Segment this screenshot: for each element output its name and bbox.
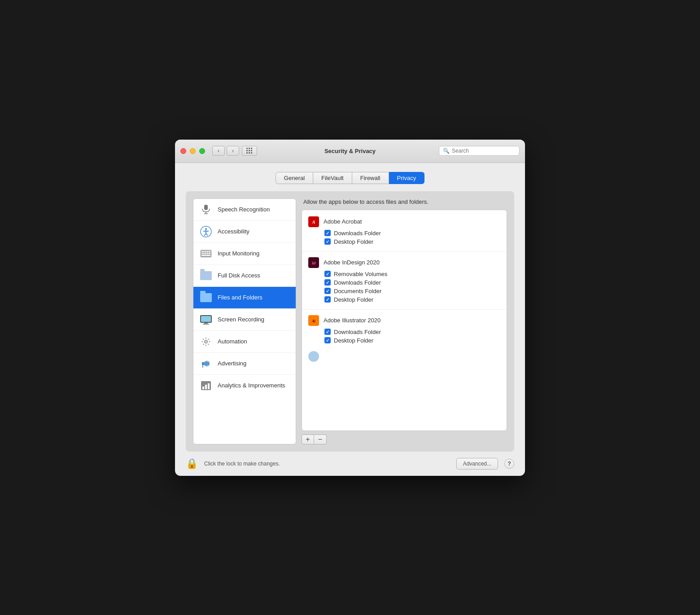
back-button[interactable]: ‹ bbox=[212, 146, 225, 156]
tab-privacy[interactable]: Privacy bbox=[389, 172, 425, 184]
app-header-illustrator: Ai Adobe Illustrator 2020 bbox=[308, 315, 500, 326]
chart-icon bbox=[200, 379, 212, 392]
app-list: A Adobe Acrobat Downloads Folder bbox=[302, 210, 507, 431]
sidebar-item-analytics-improvements[interactable]: Analytics & Improvements bbox=[193, 375, 296, 396]
svg-rect-15 bbox=[201, 253, 203, 254]
sidebar-item-input-monitoring[interactable]: Input Monitoring bbox=[193, 243, 296, 265]
app-entry-partial bbox=[302, 347, 507, 365]
svg-rect-28 bbox=[202, 362, 204, 365]
indesign-app-name: Adobe InDesign 2020 bbox=[324, 259, 380, 266]
sidebar-item-label: Full Disk Access bbox=[218, 272, 260, 279]
illustrator-permissions: Downloads Folder Desktop Folder bbox=[308, 328, 500, 345]
permission-label: Downloads Folder bbox=[334, 230, 381, 237]
checkbox-desktop-illustrator[interactable] bbox=[324, 337, 331, 343]
checkbox-downloads-illustrator[interactable] bbox=[324, 329, 331, 335]
tab-filevault[interactable]: FileVault bbox=[313, 172, 352, 184]
checkbox-desktop-acrobat[interactable] bbox=[324, 238, 331, 245]
svg-point-4 bbox=[205, 228, 207, 230]
permission-item: Downloads Folder bbox=[324, 278, 500, 287]
lock-text: Click the lock to make changes. bbox=[204, 461, 280, 467]
sidebar-item-label: Analytics & Improvements bbox=[218, 382, 285, 389]
remove-app-button[interactable]: − bbox=[314, 435, 327, 444]
tab-general[interactable]: General bbox=[276, 172, 313, 184]
indesign-app-icon: Id bbox=[308, 257, 319, 268]
add-app-button[interactable]: + bbox=[302, 435, 314, 444]
svg-rect-24 bbox=[203, 324, 209, 325]
checkbox-downloads-indesign[interactable] bbox=[324, 279, 331, 286]
sidebar: Speech Recognition Acces bbox=[193, 198, 296, 444]
svg-rect-14 bbox=[209, 251, 210, 252]
svg-rect-33 bbox=[205, 385, 207, 389]
svg-point-26 bbox=[205, 341, 207, 343]
indesign-permissions: Removable Volumes Downloads Folder Docum… bbox=[308, 270, 500, 304]
maximize-button[interactable] bbox=[199, 148, 205, 154]
checkbox-removable-indesign[interactable] bbox=[324, 271, 331, 277]
checkbox-documents-indesign[interactable] bbox=[324, 288, 331, 294]
tab-firewall[interactable]: Firewall bbox=[352, 172, 389, 184]
permission-item: Desktop Folder bbox=[324, 336, 500, 345]
folder-blue-icon bbox=[200, 291, 212, 304]
svg-rect-32 bbox=[202, 387, 204, 389]
svg-line-8 bbox=[206, 233, 208, 236]
sidebar-item-screen-recording[interactable]: Screen Recording bbox=[193, 309, 296, 331]
svg-rect-0 bbox=[204, 205, 208, 210]
main-panel: Speech Recognition Acces bbox=[186, 191, 514, 452]
app-header-indesign: Id Adobe InDesign 2020 bbox=[308, 257, 500, 268]
lock-icon[interactable]: 🔒 bbox=[186, 458, 198, 470]
right-panel: Allow the apps below to access files and… bbox=[302, 198, 507, 444]
svg-rect-12 bbox=[205, 251, 206, 252]
bottom-bar: 🔒 Click the lock to make changes. Advanc… bbox=[175, 452, 525, 476]
sidebar-item-advertising[interactable]: Advertising bbox=[193, 353, 296, 375]
panel-description: Allow the apps below to access files and… bbox=[302, 198, 507, 205]
checkbox-desktop-indesign[interactable] bbox=[324, 296, 331, 303]
main-window: ‹ › Security & Privacy 🔍 General FileVau… bbox=[175, 140, 525, 476]
acrobat-permissions: Downloads Folder Desktop Folder bbox=[308, 229, 500, 246]
advanced-button[interactable]: Advanced... bbox=[456, 458, 498, 470]
sidebar-item-label: Screen Recording bbox=[218, 316, 264, 323]
app-grid-button[interactable] bbox=[242, 146, 257, 156]
app-divider bbox=[302, 309, 507, 310]
grid-icon bbox=[246, 148, 253, 154]
permission-item: Desktop Folder bbox=[324, 295, 500, 304]
svg-text:Ai: Ai bbox=[311, 319, 315, 323]
permission-item: Removable Volumes bbox=[324, 270, 500, 278]
app-divider bbox=[302, 251, 507, 252]
permission-label: Downloads Folder bbox=[334, 329, 381, 335]
sidebar-item-files-and-folders[interactable]: Files and Folders bbox=[193, 287, 296, 309]
monitor-icon bbox=[200, 313, 212, 326]
close-button[interactable] bbox=[180, 148, 186, 154]
window-title: Security & Privacy bbox=[324, 148, 376, 154]
checkbox-downloads-acrobat[interactable] bbox=[324, 230, 331, 236]
traffic-lights bbox=[180, 148, 205, 154]
svg-text:A: A bbox=[312, 220, 315, 224]
search-input[interactable] bbox=[452, 148, 516, 154]
search-box[interactable]: 🔍 bbox=[439, 146, 520, 156]
sidebar-item-automation[interactable]: Automation bbox=[193, 331, 296, 353]
megaphone-icon bbox=[200, 357, 212, 370]
sidebar-item-speech-recognition[interactable]: Speech Recognition bbox=[193, 199, 296, 221]
svg-rect-19 bbox=[209, 253, 210, 254]
permission-label: Desktop Folder bbox=[334, 337, 373, 344]
svg-rect-10 bbox=[201, 251, 203, 252]
permission-item: Downloads Folder bbox=[324, 229, 500, 237]
svg-rect-11 bbox=[203, 251, 205, 252]
permission-label: Desktop Folder bbox=[334, 238, 373, 245]
svg-text:Id: Id bbox=[311, 261, 316, 265]
sidebar-item-full-disk-access[interactable]: Full Disk Access bbox=[193, 265, 296, 287]
svg-rect-34 bbox=[208, 383, 210, 389]
permission-item: Documents Folder bbox=[324, 287, 500, 295]
sidebar-item-label: Input Monitoring bbox=[218, 250, 259, 257]
sidebar-item-label: Files and Folders bbox=[218, 294, 262, 301]
permission-item: Desktop Folder bbox=[324, 237, 500, 246]
forward-button[interactable]: › bbox=[227, 146, 239, 156]
sidebar-item-accessibility[interactable]: Accessibility bbox=[193, 221, 296, 243]
minimize-button[interactable] bbox=[190, 148, 196, 154]
svg-rect-18 bbox=[207, 253, 208, 254]
sidebar-item-label: Automation bbox=[218, 338, 247, 345]
svg-rect-17 bbox=[205, 253, 206, 254]
acrobat-app-name: Adobe Acrobat bbox=[324, 218, 362, 225]
svg-rect-16 bbox=[203, 253, 205, 254]
svg-rect-22 bbox=[201, 316, 211, 322]
search-icon: 🔍 bbox=[443, 148, 450, 154]
help-button[interactable]: ? bbox=[504, 459, 514, 469]
